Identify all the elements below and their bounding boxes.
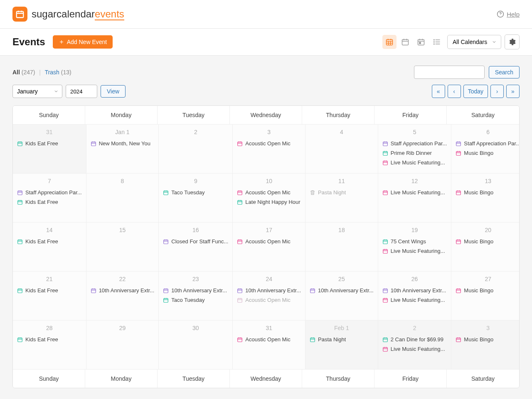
calendar-cell[interactable]: 21Kids Eat Free: [13, 271, 86, 320]
event-item[interactable]: Music Bingo: [451, 237, 520, 246]
event-item[interactable]: Pasta Night: [305, 335, 378, 344]
calendar-cell[interactable]: 1975 Cent WingsLive Music Featuring...: [378, 222, 452, 271]
event-item[interactable]: 75 Cent Wings: [378, 237, 451, 246]
event-item[interactable]: Kids Eat Free: [13, 197, 86, 207]
event-item[interactable]: Pasta Night: [305, 188, 378, 197]
calendar-cell[interactable]: 4: [305, 124, 378, 173]
event-item[interactable]: 10th Anniversary Extr...: [233, 286, 305, 295]
calendar-cell[interactable]: 2210th Anniversary Extr...: [86, 271, 159, 320]
event-item[interactable]: Music Bingo: [451, 335, 520, 344]
view-button[interactable]: View: [101, 85, 126, 98]
event-icon: [17, 288, 23, 294]
event-item[interactable]: Prime Rib Dinner: [378, 148, 451, 158]
svg-rect-70: [164, 191, 168, 194]
calendar-cell[interactable]: 12Live Music Featuring...: [378, 173, 452, 222]
event-item[interactable]: Live Music Featuring...: [378, 344, 451, 354]
calendar-cell[interactable]: 17Acoustic Open Mic: [233, 222, 305, 271]
pager-next-button[interactable]: ›: [490, 85, 504, 98]
calendar-cell[interactable]: 6Staff Appreciation Par...Music Bingo: [451, 124, 520, 173]
calendar-cell[interactable]: Feb 1Pasta Night: [305, 320, 378, 369]
calendar-cell[interactable]: 28Kids Eat Free: [13, 320, 86, 369]
event-item[interactable]: Kids Eat Free: [13, 237, 86, 246]
calendar-cell[interactable]: 16Closed For Staff Func...: [159, 222, 233, 271]
view-month-button[interactable]: [382, 35, 397, 49]
day-header: Thursday: [302, 370, 374, 388]
add-event-button[interactable]: Add New Event: [53, 35, 113, 49]
filter-trash[interactable]: Trash: [45, 69, 59, 76]
event-item[interactable]: Late Night Happy Hour: [233, 197, 305, 207]
event-item[interactable]: Acoustic Open Mic: [233, 295, 305, 305]
calendar-cell[interactable]: 31Kids Eat Free: [13, 124, 86, 173]
calendar-cell[interactable]: 20Music Bingo: [451, 222, 520, 271]
event-item[interactable]: Live Music Featuring...: [378, 295, 451, 305]
view-week-button[interactable]: [398, 35, 412, 49]
settings-button[interactable]: [505, 34, 520, 49]
calendar-cell[interactable]: 2410th Anniversary Extr...Acoustic Open …: [233, 271, 305, 320]
calendar-cell[interactable]: 9Taco Tuesday: [159, 173, 233, 222]
calendar-cell[interactable]: 7Staff Appreciation Par...Kids Eat Free: [13, 173, 86, 222]
event-item[interactable]: 10th Anniversary Extr...: [86, 286, 159, 295]
year-input[interactable]: [66, 85, 97, 98]
calendar-cell[interactable]: 15: [86, 222, 159, 271]
month-select[interactable]: January: [12, 85, 62, 98]
event-item[interactable]: Live Music Featuring...: [378, 246, 451, 256]
search-input[interactable]: [414, 66, 485, 79]
pager-today-button[interactable]: Today: [463, 85, 488, 98]
event-item[interactable]: Acoustic Open Mic: [233, 237, 305, 246]
event-item[interactable]: Staff Appreciation Par...: [451, 139, 520, 148]
brand-logo[interactable]: sugarcalendarevents: [12, 7, 124, 22]
event-item[interactable]: Acoustic Open Mic: [233, 139, 305, 148]
event-item[interactable]: 10th Anniversary Extr...: [378, 286, 451, 295]
cell-date: 8: [86, 174, 159, 188]
calendar-cell[interactable]: 5Staff Appreciation Par...Prime Rib Dinn…: [378, 124, 452, 173]
event-icon: [382, 150, 388, 156]
event-item[interactable]: Music Bingo: [451, 148, 520, 158]
event-item[interactable]: 2 Can Dine for $69.99: [378, 335, 451, 344]
event-item[interactable]: Kids Eat Free: [13, 286, 86, 295]
event-item[interactable]: Live Music Featuring...: [378, 188, 451, 197]
event-item[interactable]: Kids Eat Free: [13, 335, 86, 344]
event-item[interactable]: Taco Tuesday: [159, 188, 232, 197]
calendar-cell[interactable]: Jan 1New Month, New You: [86, 124, 159, 173]
calendar-cell[interactable]: 14Kids Eat Free: [13, 222, 86, 271]
view-day-button[interactable]: [414, 35, 428, 49]
calendar-cell[interactable]: 3Music Bingo: [451, 320, 520, 369]
pager-prev-button[interactable]: ‹: [448, 85, 461, 98]
event-item[interactable]: Staff Appreciation Par...: [13, 188, 86, 197]
event-item[interactable]: Closed For Staff Func...: [159, 237, 232, 246]
event-item[interactable]: Music Bingo: [451, 286, 520, 295]
calendar-cell[interactable]: 2610th Anniversary Extr...Live Music Fea…: [378, 271, 452, 320]
calendar-cell[interactable]: 30: [159, 320, 233, 369]
calendar-cell[interactable]: 11Pasta Night: [305, 173, 378, 222]
calendar-cell[interactable]: 3Acoustic Open Mic: [233, 124, 305, 173]
calendar-cell[interactable]: 31Acoustic Open Mic: [233, 320, 305, 369]
event-item[interactable]: 10th Anniversary Extr...: [159, 286, 232, 295]
calendar-cell[interactable]: 22 Can Dine for $69.99Live Music Featuri…: [378, 320, 452, 369]
filter-all[interactable]: All: [12, 69, 20, 76]
event-item[interactable]: Taco Tuesday: [159, 295, 232, 305]
event-item[interactable]: 10th Anniversary Extr...: [305, 286, 378, 295]
search-button[interactable]: Search: [489, 66, 520, 78]
pager-last-button[interactable]: »: [506, 85, 520, 98]
calendar-cell[interactable]: 29: [86, 320, 159, 369]
event-item[interactable]: New Month, New You: [86, 139, 159, 148]
pager-first-button[interactable]: «: [432, 85, 445, 98]
calendar-cell[interactable]: 18: [305, 222, 378, 271]
calendar-cell[interactable]: 27Music Bingo: [451, 271, 520, 320]
calendar-month-icon: [385, 38, 394, 46]
calendar-cell[interactable]: 2: [159, 124, 233, 173]
view-list-button[interactable]: [430, 35, 444, 49]
event-item[interactable]: Kids Eat Free: [13, 139, 86, 148]
help-link[interactable]: Help: [497, 10, 520, 18]
event-item[interactable]: Acoustic Open Mic: [233, 188, 305, 197]
calendar-cell[interactable]: 2310th Anniversary Extr...Taco Tuesday: [159, 271, 233, 320]
event-item[interactable]: Music Bingo: [451, 188, 520, 197]
calendar-cell[interactable]: 8: [86, 173, 159, 222]
event-item[interactable]: Live Music Featuring...: [378, 158, 451, 167]
event-item[interactable]: Acoustic Open Mic: [233, 335, 305, 344]
event-item[interactable]: Staff Appreciation Par...: [378, 139, 451, 148]
calendar-cell[interactable]: 10Acoustic Open MicLate Night Happy Hour: [233, 173, 305, 222]
calendar-cell[interactable]: 13Music Bingo: [451, 173, 520, 222]
calendar-cell[interactable]: 2510th Anniversary Extr...: [305, 271, 378, 320]
calendar-filter-select[interactable]: All Calendars: [447, 35, 501, 49]
